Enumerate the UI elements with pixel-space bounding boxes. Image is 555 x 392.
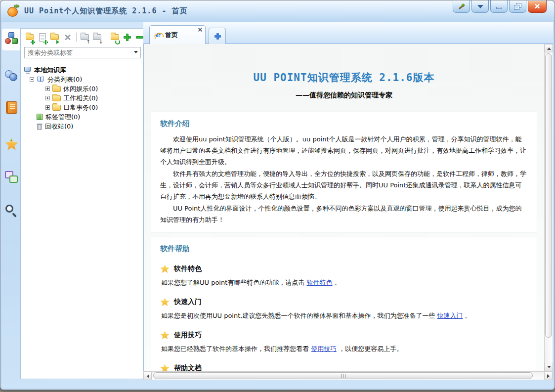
tree-item-daily[interactable]: 日常事务(0) — [24, 103, 144, 112]
help-item-features: 软件特色 如果您想了解UU point有哪些特色的功能，请点击 软件特色 。 — [160, 259, 528, 292]
expand-expander-icon[interactable] — [45, 96, 50, 100]
tree-item-recycle-bin[interactable]: 回收站(0) — [24, 122, 144, 131]
window-controls — [453, 0, 547, 13]
rail-notebook-icon[interactable] — [4, 100, 19, 115]
rail-favorites-star-icon[interactable] — [4, 137, 19, 152]
rail-contacts-spheres-icon[interactable] — [4, 69, 19, 84]
tree-root-local-kb[interactable]: 本地知识库 — [24, 65, 144, 75]
arrow-left-icon — [145, 374, 149, 378]
help-item-docs: 帮助文档 在使用的过程中，如果遇到操作上的问题，您可以打开 帮助文档 。 — [160, 358, 528, 371]
folder-icon — [52, 86, 61, 92]
computer-icon — [24, 67, 32, 74]
new-tab-button[interactable] — [209, 28, 226, 44]
app-window: UU Point个人知识管理系统 2.1.6 - 首页 — [0, 0, 555, 390]
folder-icon — [52, 95, 61, 101]
arrow-down-icon — [547, 366, 551, 370]
folder-move-up-icon[interactable]: ↑ — [80, 32, 89, 43]
scroll-right-button[interactable] — [544, 372, 553, 380]
scroll-up-button[interactable] — [545, 44, 553, 52]
help-section: 软件帮助 软件特色 如果您想了解UU point有哪些特色的功能，请点击 软件特… — [151, 237, 537, 371]
explorer-toolbar: ↑ ↓ — [21, 29, 144, 45]
page-subtitle: ——值得您信赖的知识管理专家 — [144, 91, 544, 100]
rail-knowledge-cubes-icon[interactable] — [4, 32, 19, 46]
open-book-icon — [37, 76, 45, 83]
scroll-left-button[interactable] — [143, 372, 152, 380]
tag-book-icon — [37, 114, 43, 120]
close-button[interactable] — [528, 0, 547, 13]
knowledge-tree: 本地知识库 分类列表(0) 休闲娱乐(0) 工作相关(0) — [21, 61, 144, 131]
help-item-quickstart: 快速入门 如果您是初次使用UU point,建议您先熟悉一个软件的整体界面和基本… — [160, 292, 528, 325]
search-input[interactable] — [25, 49, 131, 56]
help-heading: 软件帮助 — [160, 244, 528, 254]
window-body: ↑ ↓ 本地知识库 分类列表(0) — [2, 22, 553, 388]
new-item-page-icon[interactable] — [38, 32, 46, 43]
titlebar: UU Point个人知识管理系统 2.1.6 - 首页 — [0, 0, 555, 22]
category-search-combobox — [24, 47, 141, 58]
tree-item-category-list[interactable]: 分类列表(0) — [24, 75, 144, 84]
tray-arrow-icon — [477, 5, 483, 11]
minimize-icon — [496, 7, 502, 9]
restore-icon — [514, 3, 521, 9]
close-icon — [534, 3, 541, 10]
browser-e-icon — [154, 31, 162, 39]
intro-section: 软件介绍 欢迎使用uu point知识管理系统（个人版）。uu point个人版… — [151, 112, 537, 232]
minimize-button[interactable] — [490, 0, 508, 13]
collapse-expander-icon[interactable] — [30, 77, 34, 82]
skin-button[interactable] — [453, 0, 470, 13]
vertical-scroll-thumb[interactable] — [545, 53, 552, 338]
tab-bar: 首页 — [143, 22, 553, 44]
home-page-content: UU POINT知识管理系统 2.1.6版本 ——值得您信赖的知识管理专家 软件… — [143, 44, 544, 371]
tab-home[interactable]: 首页 — [149, 25, 206, 44]
intro-paragraph: UU Point人性化的界面设计，个性化的颜色设置，多种不同的色彩方案以及直观的… — [160, 203, 528, 225]
restore-button[interactable] — [509, 0, 526, 13]
dropdown-button[interactable] — [131, 50, 140, 55]
horizontal-scroll-thumb[interactable] — [153, 372, 533, 379]
folder-move-down-icon[interactable]: ↓ — [93, 32, 102, 43]
horizontal-scrollbar[interactable] — [143, 371, 553, 380]
arrow-right-icon — [547, 374, 552, 378]
intro-paragraph: 软件具有强大的文档管理功能，便捷的导入导出，全方位的快捷搜索，以及网页保存的功能… — [160, 168, 528, 202]
explorer-panel: ↑ ↓ 本地知识库 分类列表(0) — [20, 28, 145, 379]
tab-close-icon[interactable] — [198, 27, 203, 32]
help-item-tips: 使用技巧 如果您已经熟悉了软件的基本操作，我们推荐您看看 使用技巧 ，以便您更容… — [160, 325, 528, 358]
toolbar-separator — [76, 33, 77, 42]
expand-expander-icon[interactable] — [45, 87, 50, 91]
page-title: UU POINT知识管理系统 2.1.6版本 — [144, 44, 544, 85]
folder-icon — [52, 105, 61, 111]
expand-expander-icon[interactable] — [45, 105, 50, 110]
minimize-to-tray-button[interactable] — [471, 0, 489, 13]
link-quickstart[interactable]: 快速入门 — [437, 312, 463, 319]
paintbrush-icon — [456, 1, 467, 11]
trash-icon — [37, 123, 43, 130]
intro-heading: 软件介绍 — [160, 119, 528, 129]
tree-item-work[interactable]: 工作相关(0) — [24, 93, 144, 103]
vertical-scrollbar[interactable] — [544, 44, 553, 371]
app-logo-icon — [7, 4, 21, 18]
link-features[interactable]: 软件特色 — [306, 279, 332, 286]
chevron-down-icon — [134, 51, 138, 55]
star-icon — [160, 364, 170, 371]
scroll-down-button[interactable] — [545, 363, 553, 371]
import-folder-icon[interactable] — [50, 32, 59, 43]
page-header: UU POINT知识管理系统 2.1.6版本 ——值得您信赖的知识管理专家 — [144, 44, 544, 106]
star-icon — [160, 298, 170, 306]
rail-images-icon[interactable] — [4, 170, 19, 185]
rail-search-icon[interactable] — [4, 204, 19, 218]
expand-all-icon[interactable] — [123, 32, 131, 43]
tree-item-tag-management[interactable]: 标签管理(0) — [24, 112, 144, 122]
star-icon — [160, 264, 170, 273]
left-rail — [2, 22, 20, 388]
delete-icon[interactable] — [63, 32, 72, 43]
thumb-grip — [343, 374, 343, 378]
link-tips[interactable]: 使用技巧 — [311, 345, 337, 352]
tree-item-leisure[interactable]: 休闲娱乐(0) — [24, 84, 144, 93]
folder-refresh-icon[interactable] — [110, 32, 119, 43]
intro-paragraph: 欢迎使用uu point知识管理系统（个人版）。uu point个人版是一款针对… — [160, 133, 528, 168]
window-title: UU Point个人知识管理系统 2.1.6 - 首页 — [24, 6, 188, 16]
new-category-folder-icon[interactable] — [25, 32, 34, 43]
arrow-up-icon — [547, 45, 551, 50]
star-icon — [160, 331, 170, 340]
toolbar-separator — [106, 33, 106, 42]
